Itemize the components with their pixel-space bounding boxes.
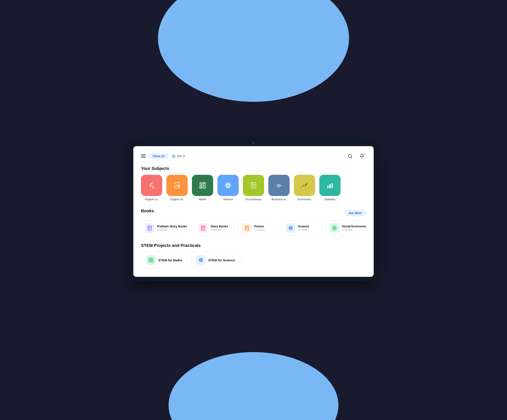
subject-item-english-lit[interactable]: English Lit. — [141, 175, 162, 201]
svg-rect-35 — [151, 260, 153, 262]
svg-point-27 — [289, 227, 293, 229]
stem-card-maths[interactable]: STEM for Maths — [141, 252, 188, 268]
language-label: EN — [177, 154, 181, 158]
social-env-info: Social Environmental 12 Books — [342, 225, 366, 231]
subject-item-accountancy[interactable]: Accountancy — [243, 175, 264, 201]
header-actions — [346, 152, 366, 160]
stem-science-icon — [196, 255, 205, 265]
story-books-count: 12 Books — [210, 228, 228, 231]
language-icon: 🌐 — [171, 154, 176, 158]
svg-text:🌐: 🌐 — [172, 155, 175, 158]
subject-label-business-st: Business st. — [272, 198, 286, 201]
svg-text:Ab: Ab — [176, 184, 180, 187]
science-books-title: Science — [298, 225, 309, 228]
svg-rect-21 — [329, 184, 331, 188]
poems-icon — [242, 223, 252, 233]
pratham-story-icon — [145, 223, 154, 233]
svg-rect-22 — [331, 183, 333, 188]
device-frame: Class 12 🌐 EN — [130, 139, 377, 281]
book-card-pratham-story[interactable]: Pratham Story Books 12 Books — [141, 220, 191, 235]
subject-item-maths[interactable]: Maths — [192, 175, 213, 201]
book-card-story-books[interactable]: Story Books 12 Books — [195, 220, 235, 235]
svg-rect-18 — [252, 183, 253, 184]
stem-maths-label: STEM for Maths — [158, 258, 182, 262]
social-env-count: 12 Books — [342, 228, 366, 231]
subject-item-statistics[interactable]: Statistics — [319, 175, 341, 201]
svg-rect-25 — [245, 226, 249, 230]
stem-row: STEM for Maths STEM for Science — [141, 252, 366, 268]
svg-point-19 — [279, 187, 279, 187]
books-row: Pratham Story Books 12 Books Story Books — [141, 220, 366, 235]
background-circle-top — [158, 0, 349, 102]
subjects-title: Your Subjects — [141, 166, 366, 171]
subject-label-english-lit: English Lit. — [145, 198, 158, 201]
stem-science-label: STEM for Science — [208, 258, 235, 262]
books-title: Books — [141, 208, 154, 213]
class-badge[interactable]: Class 12 — [149, 153, 168, 159]
see-more-button[interactable]: See More — [344, 210, 366, 216]
english-lit-icon-box — [141, 175, 162, 196]
search-button[interactable] — [346, 152, 354, 160]
stem-section: STEM Projects and Practicals STEM for Ma… — [141, 243, 366, 268]
science-icon-box — [218, 175, 239, 196]
science-books-icon — [286, 223, 295, 233]
science-books-count: 12 Books — [298, 228, 309, 231]
subject-item-science[interactable]: Science — [218, 175, 239, 201]
economics-icon-box — [294, 175, 315, 196]
subject-label-economics: Economics — [298, 198, 311, 201]
subject-item-business-st[interactable]: Business st. — [268, 175, 289, 201]
notification-dot — [363, 153, 365, 155]
svg-rect-2 — [141, 157, 146, 158]
social-env-icon — [330, 223, 339, 233]
subject-item-english-gr[interactable]: Ab English Gr. — [166, 175, 188, 201]
book-card-science-books[interactable]: Science 12 Books — [282, 220, 322, 235]
subject-label-statistics: Statistics — [324, 198, 335, 201]
header: Class 12 🌐 EN — [141, 152, 366, 160]
stem-maths-icon — [146, 255, 156, 265]
subject-item-economics[interactable]: Economics — [294, 175, 315, 201]
svg-rect-20 — [327, 186, 329, 188]
poems-title: Poems — [254, 225, 265, 228]
stem-card-science[interactable]: STEM for Science — [191, 252, 240, 268]
book-card-poems[interactable]: Poems 12 Books — [238, 220, 279, 235]
svg-rect-23 — [148, 226, 151, 230]
maths-icon-box — [192, 175, 213, 196]
svg-rect-0 — [141, 154, 146, 155]
statistics-icon-box — [319, 175, 341, 196]
svg-rect-32 — [149, 258, 151, 260]
stem-title: STEM Projects and Practicals — [141, 243, 366, 248]
device-camera — [253, 142, 254, 144]
pratham-story-count: 12 Books — [157, 228, 187, 231]
poems-count: 12 Books — [254, 228, 265, 231]
pratham-story-info: Pratham Story Books 12 Books — [157, 225, 187, 231]
books-section: Books See More Pratham Story Books 12 Bo… — [141, 208, 366, 235]
subjects-row: English Lit. Ab English Gr. — [141, 175, 366, 201]
subject-label-maths: Maths — [199, 198, 206, 201]
story-books-info: Story Books 12 Books — [210, 225, 228, 231]
science-books-info: Science 12 Books — [298, 225, 309, 231]
svg-point-37 — [199, 259, 203, 261]
books-header: Books See More — [141, 208, 366, 217]
subject-label-accountancy: Accountancy — [246, 198, 261, 201]
subject-label-science: Science — [223, 198, 233, 201]
subjects-section: Your Subjects English Lit. — [141, 166, 366, 201]
svg-rect-1 — [141, 156, 146, 157]
accountancy-icon-box — [243, 175, 264, 196]
poems-info: Poems 12 Books — [254, 225, 265, 231]
svg-point-13 — [227, 184, 229, 186]
language-selector[interactable]: 🌐 EN — [171, 154, 185, 158]
social-env-title: Social Environmental — [342, 225, 366, 228]
english-gr-icon-box: Ab — [166, 175, 188, 196]
chevron-down-icon — [183, 155, 185, 157]
pratham-story-title: Pratham Story Books — [157, 225, 187, 228]
subject-label-english-gr: English Gr. — [170, 198, 184, 201]
notification-button[interactable] — [358, 152, 366, 160]
business-st-icon-box — [268, 175, 289, 196]
book-card-social-env[interactable]: Social Environmental 12 Books — [326, 220, 366, 235]
background-circle-bottom — [169, 352, 338, 420]
story-books-icon — [198, 223, 208, 233]
story-books-title: Story Books — [210, 225, 228, 228]
hamburger-menu-icon[interactable] — [141, 154, 146, 158]
svg-rect-33 — [151, 258, 153, 260]
screen: Class 12 🌐 EN — [133, 146, 374, 277]
